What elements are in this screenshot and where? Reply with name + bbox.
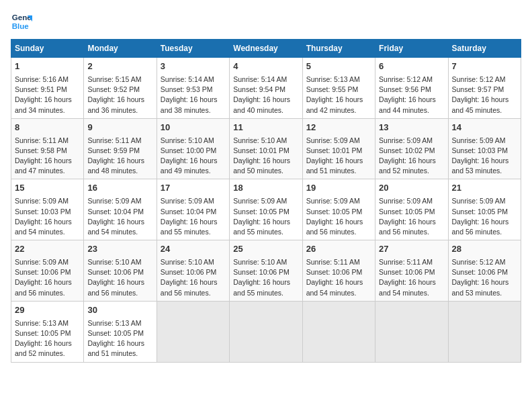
day-info: Daylight: 16 hours	[233, 156, 298, 166]
day-info: Daylight: 16 hours	[161, 156, 226, 166]
day-info: Sunrise: 5:10 AM	[233, 136, 298, 146]
day-info: Sunrise: 5:10 AM	[87, 257, 152, 267]
day-info: Daylight: 16 hours	[379, 217, 444, 227]
day-info: Daylight: 16 hours	[306, 217, 371, 227]
day-number: 10	[161, 122, 226, 134]
day-info: Daylight: 16 hours	[15, 95, 80, 105]
day-info: Daylight: 16 hours	[233, 217, 298, 227]
day-info: Daylight: 16 hours	[306, 156, 371, 166]
calendar-cell: 20Sunrise: 5:09 AMSunset: 10:05 PMDaylig…	[375, 179, 448, 240]
calendar-cell	[448, 301, 521, 362]
day-number: 14	[452, 122, 517, 134]
calendar-cell: 21Sunrise: 5:09 AMSunset: 10:05 PMDaylig…	[448, 179, 521, 240]
day-info: Sunset: 9:55 PM	[306, 85, 371, 95]
svg-text:Blue: Blue	[12, 22, 30, 30]
day-info: and 38 minutes.	[161, 105, 226, 116]
weekday-header-saturday: Saturday	[448, 40, 521, 58]
calendar-cell: 22Sunrise: 5:09 AMSunset: 10:06 PMDaylig…	[11, 240, 84, 302]
calendar-cell: 9Sunrise: 5:11 AMSunset: 9:59 PMDaylight…	[84, 118, 157, 179]
calendar-cell: 27Sunrise: 5:11 AMSunset: 10:06 PMDaylig…	[375, 240, 448, 302]
calendar-cell: 7Sunrise: 5:12 AMSunset: 9:57 PMDaylight…	[448, 58, 521, 119]
day-info: Sunset: 10:06 PM	[15, 267, 80, 277]
calendar-cell: 19Sunrise: 5:09 AMSunset: 10:05 PMDaylig…	[302, 179, 375, 240]
calendar-cell	[230, 301, 302, 362]
day-number: 3	[161, 60, 226, 73]
day-info: Sunrise: 5:09 AM	[379, 136, 444, 146]
page-header: General Blue	[11, 11, 521, 32]
day-info: Daylight: 16 hours	[233, 277, 298, 287]
calendar-cell: 26Sunrise: 5:11 AMSunset: 10:06 PMDaylig…	[302, 240, 375, 302]
calendar-cell: 30Sunrise: 5:13 AMSunset: 10:05 PMDaylig…	[84, 301, 157, 362]
day-info: Sunrise: 5:15 AM	[87, 75, 152, 85]
day-info: and 40 minutes.	[233, 105, 298, 116]
calendar-cell: 12Sunrise: 5:09 AMSunset: 10:01 PMDaylig…	[302, 118, 375, 179]
day-number: 29	[15, 304, 80, 317]
calendar-cell: 8Sunrise: 5:11 AMSunset: 9:58 PMDaylight…	[11, 118, 84, 179]
day-info: Daylight: 16 hours	[379, 95, 444, 105]
day-info: Sunrise: 5:10 AM	[233, 257, 298, 267]
day-info: Sunrise: 5:13 AM	[87, 318, 152, 328]
day-info: Daylight: 16 hours	[306, 277, 371, 287]
logo-icon: General Blue	[11, 11, 32, 32]
calendar-cell	[302, 301, 375, 362]
day-info: Sunset: 10:05 PM	[233, 207, 298, 217]
day-info: Daylight: 16 hours	[233, 95, 298, 105]
weekday-header-monday: Monday	[84, 40, 157, 58]
calendar-cell: 6Sunrise: 5:12 AMSunset: 9:56 PMDaylight…	[375, 58, 448, 119]
day-info: Daylight: 16 hours	[161, 277, 226, 287]
day-info: Sunset: 10:06 PM	[233, 267, 298, 277]
calendar-cell: 24Sunrise: 5:10 AMSunset: 10:06 PMDaylig…	[157, 240, 229, 302]
day-number: 4	[233, 60, 298, 73]
calendar-cell: 4Sunrise: 5:14 AMSunset: 9:54 PMDaylight…	[230, 58, 302, 119]
day-info: Sunset: 10:00 PM	[161, 146, 226, 156]
day-number: 12	[306, 122, 371, 134]
day-info: Daylight: 16 hours	[452, 277, 517, 287]
day-info: Daylight: 16 hours	[87, 217, 152, 227]
weekday-header-tuesday: Tuesday	[157, 40, 229, 58]
day-info: Sunset: 9:53 PM	[161, 85, 226, 95]
day-info: Sunrise: 5:09 AM	[161, 196, 226, 206]
day-info: Sunrise: 5:09 AM	[379, 196, 444, 206]
calendar-cell: 18Sunrise: 5:09 AMSunset: 10:05 PMDaylig…	[230, 179, 302, 240]
day-info: Sunrise: 5:09 AM	[306, 136, 371, 146]
day-number: 15	[15, 182, 80, 195]
day-info: Sunset: 9:54 PM	[233, 85, 298, 95]
day-info: and 54 minutes.	[306, 288, 371, 298]
day-info: Sunrise: 5:09 AM	[233, 196, 298, 206]
logo: General Blue	[11, 11, 35, 32]
day-info: and 55 minutes.	[161, 227, 226, 237]
day-number: 17	[161, 182, 226, 195]
day-info: Sunrise: 5:12 AM	[379, 75, 444, 85]
day-number: 19	[306, 182, 371, 195]
day-number: 28	[452, 243, 517, 256]
day-info: Sunrise: 5:10 AM	[161, 136, 226, 146]
calendar-week-row: 15Sunrise: 5:09 AMSunset: 10:03 PMDaylig…	[11, 179, 521, 240]
day-info: Sunset: 9:51 PM	[15, 85, 80, 95]
day-info: Sunset: 10:06 PM	[87, 267, 152, 277]
day-number: 23	[87, 243, 152, 256]
weekday-header-row: SundayMondayTuesdayWednesdayThursdayFrid…	[11, 40, 521, 58]
calendar-cell: 2Sunrise: 5:15 AMSunset: 9:52 PMDaylight…	[84, 58, 157, 119]
day-info: Sunrise: 5:09 AM	[15, 196, 80, 206]
day-info: and 56 minutes.	[15, 288, 80, 298]
day-info: Daylight: 16 hours	[452, 95, 517, 105]
weekday-header-thursday: Thursday	[302, 40, 375, 58]
day-info: Sunset: 10:03 PM	[452, 146, 517, 156]
day-info: Daylight: 16 hours	[87, 95, 152, 105]
day-info: Daylight: 16 hours	[15, 156, 80, 166]
day-number: 9	[87, 122, 152, 134]
day-info: Sunrise: 5:09 AM	[15, 257, 80, 267]
day-info: and 47 minutes.	[15, 166, 80, 176]
day-info: Sunset: 10:04 PM	[161, 207, 226, 217]
day-info: and 52 minutes.	[15, 349, 80, 359]
day-info: Daylight: 16 hours	[379, 277, 444, 287]
day-info: Sunrise: 5:12 AM	[452, 257, 517, 267]
day-info: Sunrise: 5:09 AM	[87, 196, 152, 206]
day-info: and 34 minutes.	[15, 105, 80, 116]
day-info: and 52 minutes.	[379, 166, 444, 176]
day-number: 16	[87, 182, 152, 195]
calendar-cell: 23Sunrise: 5:10 AMSunset: 10:06 PMDaylig…	[84, 240, 157, 302]
day-info: Sunset: 9:56 PM	[379, 85, 444, 95]
day-info: and 44 minutes.	[379, 105, 444, 116]
day-number: 2	[87, 60, 152, 73]
